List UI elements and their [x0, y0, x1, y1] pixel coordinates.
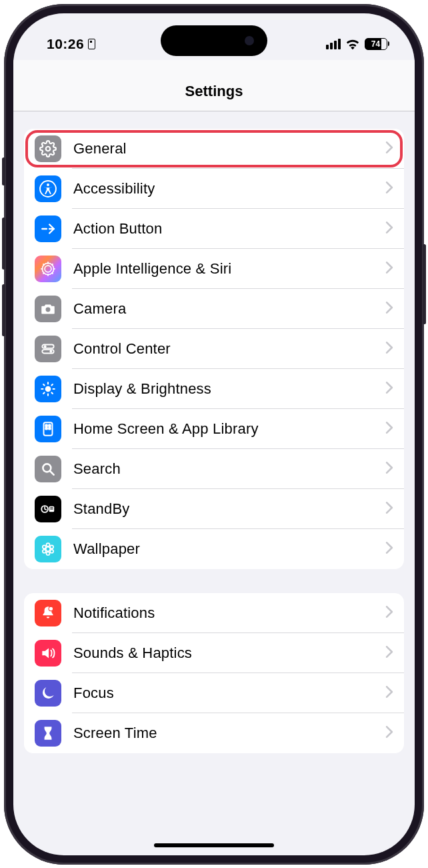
control-center-icon — [35, 336, 61, 362]
svg-rect-15 — [49, 427, 51, 429]
row-label: StandBy — [73, 500, 385, 518]
chevron-right-icon — [385, 462, 393, 476]
brightness-icon — [35, 376, 61, 402]
action-button-icon — [35, 215, 61, 242]
standby-icon — [35, 496, 61, 522]
home-indicator[interactable] — [154, 843, 274, 847]
row-standby[interactable]: StandBy — [24, 489, 404, 529]
moon-icon — [35, 680, 61, 707]
row-apple-intelligence[interactable]: Apple Intelligence & Siri — [24, 249, 404, 289]
chevron-right-icon — [385, 542, 393, 556]
svg-point-2 — [47, 183, 49, 186]
row-display-brightness[interactable]: Display & Brightness — [24, 369, 404, 409]
svg-point-5 — [46, 307, 51, 312]
settings-group: General Accessibility Action Button — [24, 129, 404, 569]
svg-point-21 — [46, 546, 51, 551]
chevron-right-icon — [385, 181, 393, 196]
row-label: Apple Intelligence & Siri — [73, 260, 385, 278]
chevron-right-icon — [385, 141, 393, 156]
sim-icon — [88, 39, 95, 49]
row-control-center[interactable]: Control Center — [24, 329, 404, 369]
power-button — [423, 244, 426, 324]
speaker-icon — [35, 640, 61, 667]
chevron-right-icon — [385, 502, 393, 516]
row-focus[interactable]: Focus — [24, 673, 404, 713]
iphone-frame: 10:26 74 Settings — [4, 4, 424, 865]
svg-rect-19 — [50, 507, 53, 508]
accessibility-icon — [35, 175, 61, 202]
svg-rect-14 — [45, 427, 47, 429]
home-screen-icon — [35, 416, 61, 442]
row-label: Home Screen & App Library — [73, 420, 385, 438]
row-camera[interactable]: Camera — [24, 289, 404, 329]
hourglass-icon — [35, 720, 61, 747]
svg-point-7 — [44, 345, 47, 348]
camera-icon — [35, 296, 61, 322]
svg-point-27 — [43, 545, 46, 548]
row-home-screen[interactable]: Home Screen & App Library — [24, 409, 404, 449]
wallpaper-icon — [35, 536, 61, 562]
row-screen-time[interactable]: Screen Time — [24, 713, 404, 753]
chevron-right-icon — [385, 342, 393, 356]
row-action-button[interactable]: Action Button — [24, 209, 404, 249]
row-label: Control Center — [73, 340, 385, 358]
row-general[interactable]: General — [24, 129, 404, 169]
volume-up-button — [2, 218, 5, 270]
row-search[interactable]: Search — [24, 449, 404, 489]
row-label: Sounds & Haptics — [73, 644, 385, 662]
dynamic-island — [161, 25, 267, 56]
row-notifications[interactable]: Notifications — [24, 593, 404, 633]
wifi-icon — [345, 39, 360, 49]
svg-point-23 — [50, 545, 53, 548]
row-label: Focus — [73, 685, 385, 702]
battery-percentage: 74 — [371, 39, 380, 49]
svg-rect-20 — [50, 508, 53, 509]
svg-point-22 — [47, 543, 50, 546]
row-label: Screen Time — [73, 725, 385, 742]
svg-point-25 — [47, 552, 50, 555]
settings-list: General Accessibility Action Button — [13, 111, 415, 753]
row-accessibility[interactable]: Accessibility — [24, 169, 404, 209]
svg-point-10 — [45, 386, 51, 392]
settings-group: Notifications Sounds & Haptics Focus — [24, 593, 404, 753]
svg-rect-13 — [49, 424, 51, 426]
cellular-signal-icon — [326, 39, 341, 49]
chevron-right-icon — [385, 686, 393, 701]
chevron-right-icon — [385, 726, 393, 741]
row-label: Notifications — [73, 604, 385, 622]
mute-switch — [2, 157, 5, 185]
battery-indicator: 74 — [365, 38, 390, 50]
gear-icon — [35, 135, 61, 162]
chevron-right-icon — [385, 262, 393, 276]
chevron-right-icon — [385, 382, 393, 396]
chevron-right-icon — [385, 606, 393, 620]
status-time: 10:26 — [47, 36, 84, 52]
row-label: Display & Brightness — [73, 380, 385, 398]
row-wallpaper[interactable]: Wallpaper — [24, 529, 404, 569]
chevron-right-icon — [385, 422, 393, 436]
row-label: Action Button — [73, 220, 385, 238]
row-label: Search — [73, 460, 385, 478]
row-label: Camera — [73, 300, 385, 318]
screen: 10:26 74 Settings — [13, 13, 415, 855]
search-icon — [35, 456, 61, 482]
row-label: Wallpaper — [73, 540, 385, 558]
row-label: General — [73, 140, 385, 157]
siri-icon — [35, 256, 61, 282]
page-title: Settings — [13, 60, 415, 111]
volume-down-button — [2, 284, 5, 336]
chevron-right-icon — [385, 302, 393, 316]
svg-point-28 — [49, 606, 53, 611]
svg-point-24 — [50, 549, 53, 552]
chevron-right-icon — [385, 646, 393, 661]
row-label: Accessibility — [73, 180, 385, 197]
chevron-right-icon — [385, 222, 393, 236]
svg-rect-12 — [45, 424, 47, 426]
svg-point-9 — [49, 350, 52, 352]
row-sounds-haptics[interactable]: Sounds & Haptics — [24, 633, 404, 673]
svg-point-4 — [45, 266, 51, 272]
svg-point-0 — [46, 146, 51, 151]
svg-point-26 — [43, 549, 46, 552]
bell-icon — [35, 600, 61, 626]
